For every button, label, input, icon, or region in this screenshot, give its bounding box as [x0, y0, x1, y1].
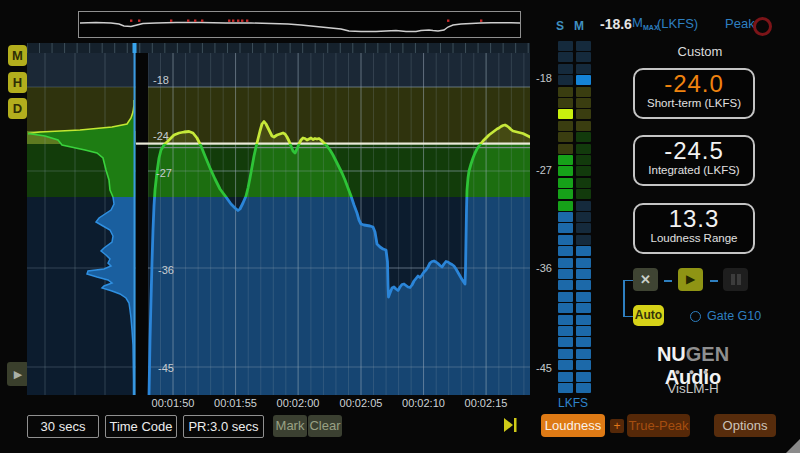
link-modes-button[interactable]: + [610, 419, 624, 433]
options-button[interactable]: Options [714, 414, 776, 437]
y-axis-label: -27 [156, 167, 172, 179]
history-graph-svg: -18-24-27-36-45 [27, 43, 530, 395]
overview-peak-marker [447, 20, 449, 22]
meter-segment-m [576, 337, 591, 347]
meter-segment-s [558, 87, 573, 97]
mmax-label[interactable]: M [632, 15, 643, 30]
meter-col-s-label[interactable]: S [556, 19, 564, 33]
mmax-value: -18.6 [600, 16, 632, 32]
meter-segment-m [576, 121, 591, 131]
meter-segment-m [576, 383, 591, 393]
meter-segment-s [558, 303, 573, 313]
overview-peak-marker [480, 20, 482, 22]
transport-connector-vertical [623, 280, 625, 317]
resize-handle[interactable] [786, 439, 800, 453]
meter-segment-m [576, 41, 591, 51]
loudness-range-readout[interactable]: 13.3 Loudness Range [633, 203, 755, 254]
meter-segment-s [558, 372, 573, 382]
meter-segment-s [558, 315, 573, 325]
meter-segment-m [576, 349, 591, 359]
meter-segment-s [558, 41, 573, 51]
window-length-select[interactable]: 30 secs [27, 415, 99, 438]
overview-peak-marker [246, 20, 248, 22]
true-peak-mode-button[interactable]: True-Peak [627, 414, 690, 437]
meter-segment-s [558, 326, 573, 336]
transport-connector-dash-2 [710, 280, 718, 282]
time-axis-label: 00:01:50 [143, 397, 203, 409]
meter-segment-s [558, 75, 573, 85]
reset-icon: ✕ [640, 272, 651, 287]
mark-button[interactable]: Mark [273, 415, 307, 437]
meter-segment-s [558, 121, 573, 131]
overview-peak-marker [201, 20, 203, 22]
overview-peak-marker [194, 20, 196, 22]
meter-scale-label: -36 [528, 262, 552, 274]
program-overview-strip[interactable] [78, 11, 521, 38]
meter-segment-s [558, 212, 573, 222]
loudness-history-graph[interactable]: -18-24-27-36-45 [27, 43, 530, 395]
tab-distribution[interactable]: D [8, 98, 27, 119]
clear-button[interactable]: Clear [308, 415, 342, 437]
meter-segment-m [576, 87, 591, 97]
short-term-value: -24.0 [635, 70, 753, 97]
meter-segment-m [576, 212, 591, 222]
meter-segment-s [558, 269, 573, 279]
meter-segment-s [558, 292, 573, 302]
meter-segment-s [558, 246, 573, 256]
overview-waveform [79, 12, 520, 37]
gate-radio[interactable] [690, 311, 701, 322]
meter-segment-m [576, 201, 591, 211]
meter-segment-s [558, 189, 573, 199]
preset-name[interactable]: Custom [655, 44, 745, 59]
loudness-range-label: Loudness Range [635, 232, 753, 244]
meter-unit-label: LKFS [551, 396, 595, 410]
integrated-label: Integrated (LKFS) [635, 164, 753, 176]
meter-segment-m [576, 280, 591, 290]
meter-col-m-label[interactable]: M [574, 19, 584, 33]
short-term-readout[interactable]: -24.0 Short-term (LKFS) [633, 68, 755, 119]
skip-to-end-icon[interactable] [503, 417, 518, 433]
peak-indicator-lamp[interactable] [753, 17, 772, 36]
tab-momentary[interactable]: M [8, 45, 27, 66]
transport-connector-stub-bottom [624, 316, 633, 318]
pause-icon [731, 274, 735, 285]
overview-peak-marker [232, 20, 234, 22]
play-button[interactable]: ▶ [678, 268, 703, 291]
meter-segment-m [576, 292, 591, 302]
meter-scale-label: -27 [528, 164, 552, 176]
scroll-follow-button[interactable]: ▶ [7, 362, 29, 386]
time-axis-label: 00:02:05 [331, 397, 391, 409]
integrated-readout[interactable]: -24.5 Integrated (LKFS) [633, 135, 755, 186]
auto-button[interactable]: Auto [633, 305, 664, 326]
peak-label: Peak [725, 16, 755, 31]
product-name: VisLM-H [633, 381, 753, 396]
overview-peak-marker [237, 20, 239, 22]
meter-segment-m [576, 98, 591, 108]
time-axis-label: 00:02:00 [268, 397, 328, 409]
overview-peak-marker [138, 20, 140, 22]
meter-segment-m [576, 189, 591, 199]
meter-segment-m [576, 360, 591, 370]
meter-segment-m [576, 269, 591, 279]
meter-segment-s [558, 235, 573, 245]
meter-scale-label: -45 [528, 362, 552, 374]
meter-segment-m [576, 372, 591, 382]
time-mode-select[interactable]: Time Code [105, 415, 177, 438]
pause-button[interactable] [723, 268, 748, 291]
reset-button[interactable]: ✕ [633, 268, 658, 291]
meter-segment-m [576, 109, 591, 119]
meter-segment-s [558, 223, 573, 233]
loudness-mode-button[interactable]: Loudness [541, 414, 605, 437]
practical-range-select[interactable]: PR:3.0 secs [183, 415, 264, 438]
tab-history[interactable]: H [8, 72, 27, 93]
meter-segment-s [558, 52, 573, 62]
play-icon: ▶ [686, 272, 695, 286]
meter-segment-m [576, 144, 591, 154]
overview-peak-marker [130, 20, 132, 22]
meter-segment-m [576, 166, 591, 176]
pause-icon [737, 274, 741, 285]
meter-segment-s [558, 178, 573, 188]
meter-segment-s [558, 64, 573, 74]
meter-segment-s [558, 201, 573, 211]
meter-segment-m [576, 223, 591, 233]
